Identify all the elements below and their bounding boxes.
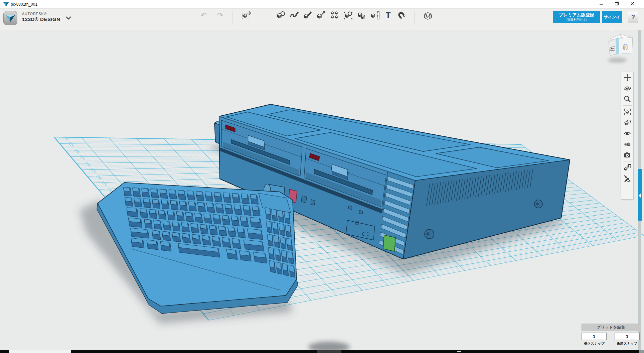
length-snap-input[interactable] <box>582 333 607 340</box>
keycap-top <box>144 219 151 224</box>
pattern-tool-icon[interactable] <box>330 10 340 20</box>
screenshot-view-icon[interactable] <box>621 149 633 160</box>
keycap-top <box>162 231 169 236</box>
keycap-top <box>232 193 238 198</box>
keycap-top <box>288 251 293 259</box>
group-tool-icon[interactable] <box>343 10 353 20</box>
bottom-bar-corner <box>639 350 644 353</box>
sign-in-button[interactable]: サインイン <box>602 11 622 23</box>
keycap-top <box>127 208 137 212</box>
combine-tool-icon[interactable] <box>357 10 367 20</box>
keycap-top <box>151 189 157 193</box>
keycap-top <box>140 209 146 213</box>
keycap-top <box>179 201 186 205</box>
grid-edit-button[interactable]: グリッドを編集 <box>582 324 640 331</box>
keycap-top <box>250 194 257 199</box>
undo-tool-icon[interactable]: ↶ <box>199 10 209 20</box>
bottom-bar <box>0 350 644 353</box>
shade-view-icon[interactable] <box>621 117 633 128</box>
premium-register-sublabel: (商業利用向け) <box>553 18 600 21</box>
keycap-top <box>134 198 140 202</box>
close-button[interactable] <box>625 0 640 9</box>
keycap-top <box>276 262 281 269</box>
viewport-3d[interactable]: 35032530027525022520017515012575上左前 <box>0 0 644 353</box>
keycap-top <box>216 204 222 208</box>
svg-text:↶: ↶ <box>201 11 207 19</box>
sketch-visibility-view-icon[interactable] <box>621 173 633 184</box>
keycap-top <box>133 188 139 192</box>
title-bar: pc-8801fh_001 <box>0 0 644 9</box>
keycap-top <box>178 190 184 195</box>
keycap-top <box>241 194 248 199</box>
modify-tool-icon[interactable] <box>316 10 326 20</box>
text-tool-icon[interactable]: T <box>383 10 393 20</box>
keycap-top <box>285 225 291 232</box>
toolbar-separator <box>232 11 232 25</box>
keycap-top <box>172 222 179 226</box>
keycap-top <box>187 191 193 195</box>
premium-register-button[interactable]: プレミアム版登録 (商業利用向け) <box>553 11 600 23</box>
keycap-top <box>280 237 285 244</box>
app-menu-chevron-icon[interactable] <box>65 16 71 20</box>
layers-tool-icon[interactable] <box>423 10 433 20</box>
hide-view-icon[interactable] <box>621 128 633 139</box>
keycap-top <box>219 226 225 231</box>
keycap-top <box>275 249 280 256</box>
zoom-view-icon[interactable] <box>621 94 633 104</box>
keycap-top <box>266 221 272 228</box>
keycap-top <box>188 202 195 206</box>
front-port <box>301 196 307 203</box>
toolbar-separator <box>259 11 259 25</box>
primitives-tool-icon[interactable] <box>276 10 286 20</box>
keycap-top <box>186 212 192 217</box>
bottom-bar-segment-dark <box>317 350 341 353</box>
keycap-top <box>209 225 216 230</box>
angle-snap-label: 角度スナップ <box>612 341 642 346</box>
fit-view-icon[interactable] <box>621 107 633 117</box>
snap-toggle-view-icon[interactable] <box>621 162 633 173</box>
keycap-top <box>205 192 211 196</box>
keycap-top <box>192 234 199 239</box>
palette-separator <box>623 105 632 106</box>
keycap-top <box>287 238 292 246</box>
length-snap-label: 長さスナップ <box>579 341 609 346</box>
keycap-top <box>160 189 166 194</box>
view-cube-left-label[interactable]: 左 <box>610 45 615 51</box>
pan-view-icon[interactable] <box>621 72 633 83</box>
app-logo[interactable] <box>3 11 17 25</box>
keycap-top <box>191 223 197 228</box>
snap-tool-icon[interactable] <box>396 10 407 20</box>
keycap-top <box>231 216 238 221</box>
keycap-top <box>163 221 169 225</box>
svg-text:T: T <box>386 11 391 20</box>
transform-tool-icon[interactable] <box>241 10 251 20</box>
toolbar-separator <box>414 11 415 25</box>
minimize-button[interactable] <box>594 0 609 9</box>
view-cube-front-label[interactable]: 前 <box>622 43 628 50</box>
restore-button[interactable] <box>609 0 624 9</box>
help-button[interactable]: ? <box>628 11 638 23</box>
keycap-top <box>250 217 260 222</box>
construct-tool-icon[interactable] <box>303 10 313 20</box>
keycap-top <box>282 263 288 271</box>
keycap-top <box>284 212 290 219</box>
keycap-top <box>181 223 188 227</box>
grid-visibility-view-icon[interactable] <box>621 139 633 149</box>
measure-tool-icon[interactable] <box>370 10 380 20</box>
sketch-tool-icon[interactable] <box>289 10 299 20</box>
keycap-top <box>278 210 283 218</box>
keycap-top <box>225 204 231 209</box>
orbit-view-icon[interactable] <box>621 83 633 94</box>
side-hole-dot <box>536 203 539 206</box>
svg-text:↷: ↷ <box>217 11 223 19</box>
keycap-top <box>161 200 168 204</box>
panel-flyout-handle[interactable] <box>638 169 642 221</box>
angle-snap-input[interactable] <box>615 333 640 340</box>
bottom-bar-segment <box>9 350 71 353</box>
brand-autodesk: AUTODESK® <box>22 12 47 16</box>
redo-tool-icon[interactable]: ↷ <box>215 10 225 20</box>
side-hole-dot <box>426 232 430 236</box>
keycap-top <box>202 235 209 240</box>
keycap-top <box>267 234 273 241</box>
app-logo-triangle-icon <box>4 11 17 25</box>
